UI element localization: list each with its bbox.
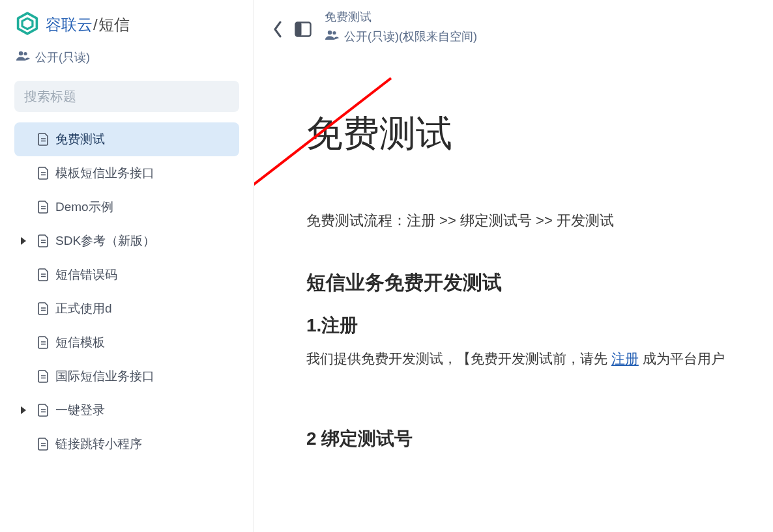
brand-separator: / [93,16,98,34]
nav-item[interactable]: 正式使用d [14,292,239,326]
document-icon [38,167,49,180]
people-icon [325,30,339,44]
nav-item[interactable]: 国际短信业务接口 [14,359,239,393]
document-icon [38,133,49,146]
para-text-before: 我们提供免费开发测试，【免费开发测试前，请先 [306,351,611,366]
search-input[interactable] [14,81,239,112]
document-icon [38,268,49,281]
header-permission: 公开(只读)(权限来自空间) [325,29,477,44]
nav-item[interactable]: 短信错误码 [14,258,239,292]
main-header: 免费测试 公开(只读)(权限来自空间) [254,0,773,57]
people-icon [16,51,30,64]
nav-item[interactable]: Demo示例 [14,190,239,224]
flow-line: 免费测试流程：注册 >> 绑定测试号 >> 开发测试 [306,211,773,231]
svg-marker-1 [22,18,33,29]
nav-list: 免费测试模板短信业务接口Demo示例SDK参考（新版）短信错误码正式使用d短信模… [14,122,239,461]
nav-item-label: 短信模板 [55,334,105,351]
svg-marker-0 [18,13,37,34]
nav-item[interactable]: 链接跳转小程序 [14,427,239,461]
page-title: 免费测试 [306,109,773,159]
brand-secondary: 短信 [98,14,130,35]
register-link[interactable]: 注册 [611,351,639,366]
nav-item[interactable]: 一键登录 [14,393,239,427]
content-area: 免费测试 免费测试流程：注册 >> 绑定测试号 >> 开发测试 短信业务免费开发… [254,109,773,451]
nav-item-label: 免费测试 [55,131,105,148]
chevron-right-icon[interactable] [21,406,26,414]
document-icon [38,438,49,451]
document-icon [38,302,49,315]
section-h2: 短信业务免费开发测试 [306,270,773,296]
nav-item-label: SDK参考（新版） [55,232,155,249]
document-icon [38,234,49,247]
nav-item-label: 短信错误码 [55,266,117,283]
sidebar-permission-label: 公开(只读) [35,49,90,65]
nav-item-label: 链接跳转小程序 [55,436,142,453]
nav-item[interactable]: SDK参考（新版） [14,224,239,258]
svg-rect-25 [296,23,302,36]
panel-toggle-icon[interactable] [295,21,312,40]
svg-point-27 [332,31,336,34]
nav-item-label: 正式使用d [55,300,112,317]
document-icon [38,404,49,417]
header-permission-text: 公开(只读)(权限来自空间) [344,29,477,44]
register-paragraph: 我们提供免费开发测试，【免费开发测试前，请先 注册 成为平台用户 [306,350,773,368]
document-icon [38,336,49,349]
para-text-after: 成为平台用户 [639,351,725,366]
nav-item-label: 模板短信业务接口 [55,165,154,182]
nav-item[interactable]: 模板短信业务接口 [14,156,239,190]
brand-logo-icon [16,12,39,38]
section-1: 短信业务免费开发测试 1.注册 我们提供免费开发测试，【免费开发测试前，请先 注… [306,270,773,368]
breadcrumb-title[interactable]: 免费测试 [325,9,477,25]
nav-item[interactable]: 短信模板 [14,326,239,359]
sidebar-permission: 公开(只读) [14,49,239,65]
brand-text: 容联云 / 短信 [46,14,130,35]
section-h3-bind: 2 绑定测试号 [306,427,773,451]
svg-point-2 [19,51,23,55]
nav-item[interactable]: 免费测试 [14,122,239,156]
header-controls [272,9,312,40]
back-icon[interactable] [272,21,283,40]
document-icon [38,201,49,214]
nav-item-label: 一键登录 [55,402,105,419]
document-icon [38,370,49,383]
nav-item-label: Demo示例 [55,199,113,216]
svg-point-3 [23,51,27,55]
svg-point-26 [328,30,332,34]
brand-block: 容联云 / 短信 [14,12,239,38]
chevron-right-icon[interactable] [21,237,26,245]
brand-primary: 容联云 [46,14,93,35]
sidebar: 容联云 / 短信 公开(只读) 免费测试模板短信业务接口Demo示例SDK参考（… [0,0,254,532]
header-meta: 免费测试 公开(只读)(权限来自空间) [325,9,477,44]
main-panel: 免费测试 公开(只读)(权限来自空间) 免费测试 [254,0,773,532]
nav-item-label: 国际短信业务接口 [55,368,154,385]
section-h3-register: 1.注册 [306,313,773,338]
